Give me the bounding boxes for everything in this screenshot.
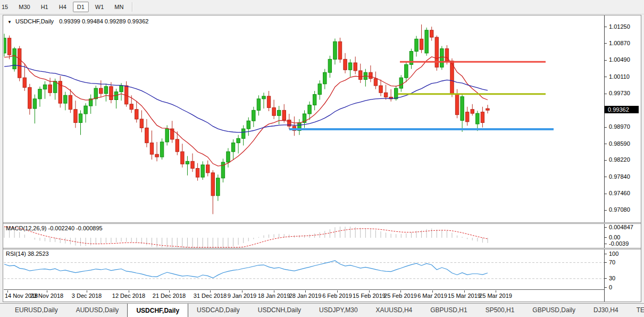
chart-window: ▼ USDCHF,Daily 0.99399 0.99484 0.99289 0… bbox=[3, 15, 641, 302]
axis-tick bbox=[605, 60, 607, 61]
axis-tick bbox=[605, 237, 607, 238]
symbol-tab-bar: EURUSD,DailyAUDUSD,DailyUSDCHF,DailyUSDC… bbox=[0, 303, 644, 317]
timeframe-button-h1[interactable]: H1 bbox=[37, 2, 53, 12]
price-axis-label: 1.00490 bbox=[609, 56, 630, 63]
macd-axis-label: -0.0039 bbox=[609, 240, 629, 247]
panel-splitter[interactable] bbox=[3, 248, 641, 249]
axis-tick bbox=[605, 94, 607, 94]
symbol-timeframe-label: USDCHF,Daily bbox=[15, 18, 54, 24]
tab-sp500-h1[interactable]: SP500,H1 bbox=[477, 304, 523, 317]
candlestick-chart-canvas[interactable] bbox=[4, 16, 604, 222]
axis-tick bbox=[605, 227, 607, 228]
rsi-axis-label: 0 bbox=[609, 284, 612, 290]
timeframe-toolbar: 15M30H1H4D1W1MN bbox=[0, 0, 644, 14]
date-axis-label: 3 Dec 2018 bbox=[68, 293, 105, 299]
rsi-axis-label: 100 bbox=[609, 251, 618, 257]
axis-tick bbox=[605, 278, 607, 279]
current-price-tag: 0.99362 bbox=[605, 106, 639, 113]
axis-tick bbox=[605, 77, 607, 77]
price-axis-label: 0.97460 bbox=[609, 190, 630, 196]
macd-axis-label: 0.00 bbox=[609, 234, 620, 240]
rsi-axis-label: 30 bbox=[609, 275, 615, 281]
price-axis-label: 0.98970 bbox=[609, 123, 630, 130]
tab-tech100-h1[interactable]: TECH100,H1 bbox=[628, 304, 644, 317]
rsi-panel[interactable]: RSI(14) 38.2523 bbox=[4, 249, 604, 290]
timeframe-button-mn[interactable]: MN bbox=[110, 2, 128, 12]
timeframe-buttons: 15M30H1H4D1W1MN bbox=[0, 2, 129, 12]
rsi-axis-label: 70 bbox=[609, 259, 615, 265]
timeframe-button-h4[interactable]: H4 bbox=[55, 2, 71, 12]
tab-xauusd-h4[interactable]: XAUUSD,H4 bbox=[367, 304, 421, 317]
rsi-chart-canvas[interactable] bbox=[4, 249, 604, 290]
date-axis[interactable]: 14 Nov 201823 Nov 20183 Dec 201812 Dec 2… bbox=[4, 290, 604, 302]
axis-tick bbox=[605, 160, 607, 161]
macd-indicator-label: MACD(12,26,9) -0.002240 -0.000895 bbox=[6, 225, 103, 231]
axis-tick bbox=[605, 127, 607, 128]
date-axis-label: 21 Dec 2018 bbox=[150, 293, 188, 299]
ohlc-values: 0.99399 0.99484 0.99289 0.99362 bbox=[59, 18, 148, 24]
axis-tick bbox=[605, 210, 607, 211]
rsi-indicator-label: RSI(14) 38.2523 bbox=[6, 251, 49, 257]
date-axis-label: 25 Mar 2019 bbox=[477, 293, 514, 299]
axis-tick bbox=[605, 43, 607, 44]
date-axis-label: 12 Dec 2018 bbox=[110, 293, 147, 299]
price-axis-label: 0.98220 bbox=[609, 156, 630, 163]
tab-audusd-daily[interactable]: AUDUSD,Daily bbox=[68, 304, 128, 317]
price-axis-label: 0.97840 bbox=[609, 173, 630, 180]
tab-dj30-h4[interactable]: DJ30,H4 bbox=[585, 304, 627, 317]
chart-title: ▼ USDCHF,Daily 0.99399 0.99484 0.99289 0… bbox=[7, 18, 148, 24]
price-axis-label: 0.99730 bbox=[609, 90, 630, 96]
toolbar-separator bbox=[132, 2, 133, 12]
one-click-trading-arrow-icon[interactable]: ▼ bbox=[7, 20, 12, 24]
tab-usdjpy-m30[interactable]: USDJPY,M30 bbox=[311, 304, 366, 317]
axis-tick bbox=[605, 194, 607, 194]
axis-tick bbox=[605, 254, 607, 254]
macd-panel[interactable]: MACD(12,26,9) -0.002240 -0.000895 bbox=[4, 224, 604, 248]
price-axis-label: 0.97080 bbox=[609, 206, 630, 213]
timeframe-button-m30[interactable]: M30 bbox=[14, 2, 34, 12]
timeframe-button-w1[interactable]: W1 bbox=[91, 2, 108, 12]
axis-tick bbox=[605, 177, 607, 177]
panel-splitter[interactable] bbox=[3, 222, 641, 224]
tab-usdcnh-daily[interactable]: USDCNH,Daily bbox=[249, 304, 310, 317]
tab-gbpusd-h1[interactable]: GBPUSD,H1 bbox=[422, 304, 475, 317]
axis-tick bbox=[605, 287, 607, 288]
tab-usdcad-daily[interactable]: USDCAD,Daily bbox=[188, 304, 248, 317]
axis-tick bbox=[605, 27, 607, 27]
tab-usdchf-daily[interactable]: USDCHF,Daily bbox=[127, 303, 188, 317]
axis-tick bbox=[605, 144, 607, 144]
price-axis-label: 1.01250 bbox=[609, 23, 630, 30]
timeframe-button-d1[interactable]: D1 bbox=[73, 2, 89, 12]
price-axis-label: 0.98590 bbox=[609, 140, 630, 147]
axis-tick bbox=[605, 244, 607, 244]
timeframe-button-15[interactable]: 15 bbox=[0, 2, 12, 12]
axis-tick bbox=[605, 262, 607, 263]
macd-axis-label: 0.004847 bbox=[609, 224, 633, 230]
price-axis[interactable]: 1.012501.008701.004901.001100.997300.989… bbox=[604, 15, 641, 302]
tab-eurusd-daily[interactable]: EURUSD,Daily bbox=[6, 304, 66, 317]
date-axis-label: 23 Nov 2018 bbox=[28, 293, 65, 299]
price-axis-label: 1.00870 bbox=[609, 40, 630, 46]
tab-gbpusd-daily[interactable]: GBPUSD,Daily bbox=[524, 304, 584, 317]
price-axis-label: 1.00110 bbox=[609, 73, 630, 80]
main-chart-panel[interactable]: ▼ USDCHF,Daily 0.99399 0.99484 0.99289 0… bbox=[4, 16, 604, 222]
